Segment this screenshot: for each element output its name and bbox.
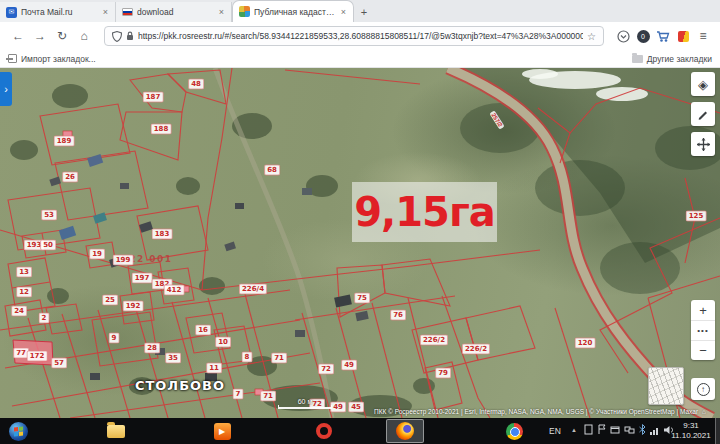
parcel-label[interactable]: 24 [11,306,27,317]
parcel-label[interactable]: 71 [260,391,276,402]
opera-button[interactable] [314,421,334,441]
tab-download[interactable]: download × [116,2,232,22]
map-canvas[interactable]: › 48187188189682653183193501919913197182… [0,68,720,418]
parcel-label[interactable]: 11 [206,363,222,374]
parcel-label[interactable]: 50 [40,240,56,251]
parcel-label[interactable]: 199 [113,255,134,266]
zoom-options-button[interactable]: ••• [691,320,715,340]
parcel-label[interactable]: 19 [89,249,105,260]
close-icon[interactable]: × [102,7,109,17]
language-indicator[interactable]: EN [549,426,561,436]
clipboard-icon[interactable] [584,424,593,435]
tab-label: download [137,7,214,17]
parcel-label[interactable]: 12 [16,287,32,298]
pocket-icon[interactable] [614,27,632,45]
tab-cadastral-map[interactable]: Публичная кадастровая карта × [232,0,354,22]
parcel-label[interactable]: 75 [354,293,370,304]
bluetooth-icon[interactable] [639,424,646,435]
map-favicon-icon [239,6,250,17]
parcel-label[interactable]: 68 [264,165,280,176]
parcel-label[interactable]: 197 [132,273,153,284]
parcel-label[interactable]: 16 [195,325,211,336]
tab-mail[interactable]: ✉ Почта Mail.ru × [0,2,116,22]
extension-icon[interactable] [674,27,692,45]
parcel-label[interactable]: 188 [151,124,172,135]
clock[interactable]: 9:31 11.10.2021 [666,421,716,441]
parcel-label[interactable]: 28 [144,343,160,354]
flag-icon[interactable] [597,424,606,435]
firefox-button[interactable] [386,419,424,443]
tab-bar: ✉ Почта Mail.ru × download × Публичная к… [0,0,720,22]
measure-button[interactable] [691,102,715,126]
parcel-label[interactable]: 76 [390,310,406,321]
parcel-label[interactable]: 79 [435,368,451,379]
import-icon [8,54,17,63]
layers-button[interactable]: ◈ [691,72,715,96]
new-tab-button[interactable]: + [354,2,374,22]
menu-button[interactable]: ≡ [694,27,712,45]
home-button[interactable]: ⌂ [74,26,94,46]
parcel-label[interactable]: 53 [41,210,57,221]
start-button[interactable] [8,421,28,441]
parcel-label[interactable]: 8 [242,352,253,363]
parcel-label[interactable]: 49 [330,402,346,413]
folder-icon [107,425,125,438]
url-bar[interactable]: https://pkk.rosreestr.ru/#/search/58.934… [104,26,604,46]
parcel-label[interactable]: 13 [16,267,32,278]
ru-flag-icon [122,8,133,16]
back-button[interactable]: ← [8,26,28,46]
other-bookmarks-item[interactable]: Другие закладки [632,54,712,64]
parcel-label[interactable]: 49 [341,360,357,371]
reload-button[interactable]: ↻ [52,26,72,46]
parcel-label[interactable]: 10 [215,337,231,348]
parcel-label[interactable]: 183 [152,229,173,240]
parcel-label[interactable]: 7 [233,389,244,400]
position-button[interactable] [691,132,715,156]
adblock-badge[interactable]: 0 [634,27,652,45]
parcel-label[interactable]: 25 [102,295,118,306]
close-icon[interactable]: × [218,7,225,17]
parcel-label[interactable]: 2 [39,313,50,324]
forward-button[interactable]: → [30,26,50,46]
parcel-label[interactable]: 187 [143,92,164,103]
zoom-in-button[interactable]: + [691,300,715,320]
bookmark-star-button[interactable]: ☆ [587,31,596,42]
chrome-button[interactable] [504,421,524,441]
show-desktop-button[interactable] [715,418,720,444]
parcel-label[interactable]: 26 [62,172,78,183]
parcel-label[interactable]: 125 [686,211,707,222]
locate-button[interactable]: ↑ [691,378,715,400]
parcel-label[interactable]: 412 [164,285,185,296]
explorer-button[interactable] [106,421,126,441]
tray-expand-button[interactable]: ▲ [571,427,577,433]
parcel-label[interactable]: 35 [165,353,181,364]
window-icon[interactable] [610,425,620,435]
parcel-label[interactable]: 48 [188,79,204,90]
cart-icon[interactable] [654,27,672,45]
media-player-button[interactable]: ▶ [212,421,232,441]
panel-toggle[interactable]: › [0,72,12,106]
url-text: https://pkk.rosreestr.ru/#/search/58.934… [138,31,583,41]
signal-icon[interactable] [650,425,660,435]
parcel-label[interactable]: 192 [123,301,144,312]
network-icon[interactable] [624,425,635,435]
parcel-label[interactable]: 9 [109,333,120,344]
parcel-label[interactable]: 226/2 [462,344,490,355]
parcel-label[interactable]: 226/4 [239,284,267,295]
play-icon: ▶ [214,423,231,440]
parcel-label[interactable]: 57 [51,358,67,369]
parcel-label[interactable]: 72 [318,364,334,375]
zoom-out-button[interactable]: − [691,340,715,360]
parcel-label[interactable]: 189 [54,136,75,147]
firefox-icon [396,422,414,440]
parcel-label[interactable]: 71 [271,353,287,364]
parcel-label[interactable]: 226/2 [420,335,448,346]
import-bookmarks-item[interactable]: Импорт закладок... [8,54,96,64]
overview-minimap[interactable] [648,367,684,405]
parcel-label[interactable]: 172 [27,351,48,362]
parcel-label[interactable]: 45 [348,402,364,413]
parcel-label[interactable]: 120 [575,338,596,349]
locate-icon: ↑ [697,383,710,396]
close-icon[interactable]: × [340,7,347,17]
home-icon[interactable]: ⌂ [702,408,706,415]
